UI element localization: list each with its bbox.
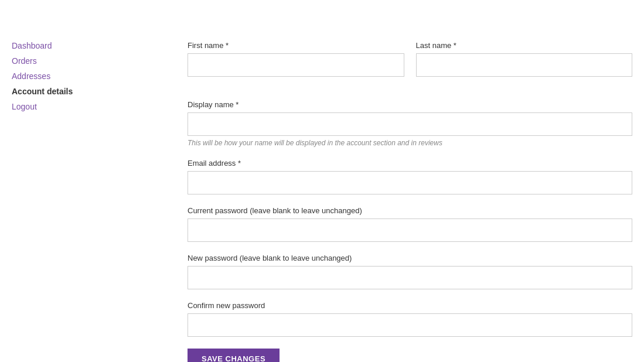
current-password-group: Current password (leave blank to leave u… xyxy=(188,206,632,242)
display-name-hint: This will be how your name will be displ… xyxy=(188,139,632,147)
new-password-label: New password (leave blank to leave uncha… xyxy=(188,254,632,262)
confirm-password-label: Confirm new password xyxy=(188,301,632,310)
save-changes-button[interactable]: SAVE CHANGES xyxy=(188,349,280,362)
new-password-input[interactable] xyxy=(188,266,632,289)
last-name-input[interactable] xyxy=(416,53,633,77)
sidebar-item-orders[interactable]: Orders xyxy=(12,56,129,66)
sidebar-item-account-details: Account details xyxy=(12,87,129,96)
email-input[interactable] xyxy=(188,171,632,194)
first-name-label: First name * xyxy=(188,41,404,50)
confirm-password-input[interactable] xyxy=(188,313,632,337)
page-container: Dashboard Orders Addresses Account detai… xyxy=(0,0,644,362)
last-name-group: Last name * xyxy=(416,41,633,77)
sidebar-item-addresses[interactable]: Addresses xyxy=(12,71,129,81)
current-password-input[interactable] xyxy=(188,218,632,242)
first-name-input[interactable] xyxy=(188,53,404,77)
email-label: Email address * xyxy=(188,159,632,168)
name-row: First name * Last name * xyxy=(188,41,632,88)
display-name-label: Display name * xyxy=(188,100,632,109)
display-name-group: Display name * This will be how your nam… xyxy=(188,100,632,147)
new-password-group: New password (leave blank to leave uncha… xyxy=(188,254,632,289)
email-group: Email address * xyxy=(188,159,632,194)
account-details-form: First name * Last name * Display name * … xyxy=(129,23,632,362)
sidebar: Dashboard Orders Addresses Account detai… xyxy=(12,23,129,362)
current-password-label: Current password (leave blank to leave u… xyxy=(188,206,632,215)
sidebar-item-logout[interactable]: Logout xyxy=(12,102,129,111)
sidebar-nav: Dashboard Orders Addresses Account detai… xyxy=(12,41,129,111)
last-name-label: Last name * xyxy=(416,41,633,50)
confirm-password-group: Confirm new password xyxy=(188,301,632,337)
first-name-group: First name * xyxy=(188,41,404,77)
sidebar-item-dashboard[interactable]: Dashboard xyxy=(12,41,129,50)
display-name-input[interactable] xyxy=(188,112,632,136)
